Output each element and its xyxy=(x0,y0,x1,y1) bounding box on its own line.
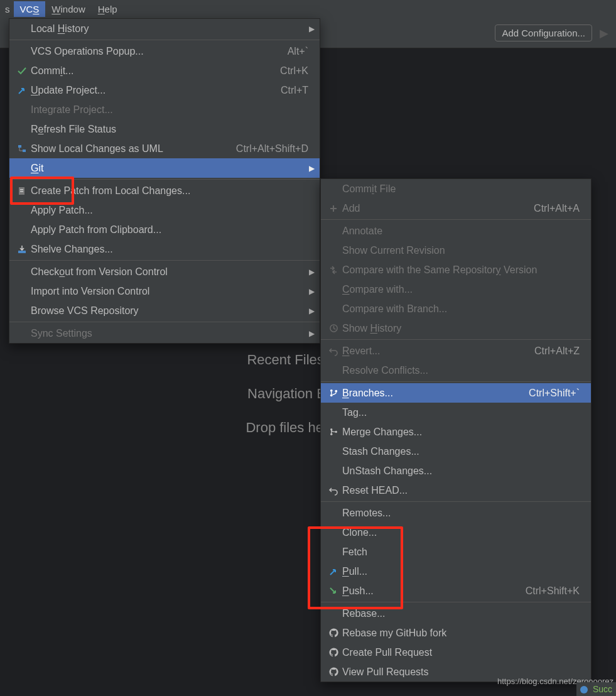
local-history[interactable]: Local History▶ xyxy=(9,19,320,38)
branch-icon xyxy=(325,388,342,398)
show-current-revision: Show Current Revision xyxy=(321,241,591,260)
resolve-conflicts-label: Resolve Conflicts... xyxy=(342,365,580,376)
svg-point-9 xyxy=(335,390,337,393)
menu-vcs[interactable]: VCS xyxy=(14,1,46,17)
reset-head[interactable]: Reset HEAD... xyxy=(321,481,591,500)
sync-settings-label: Sync Settings xyxy=(31,328,308,339)
update-project-shortcut: Ctrl+T xyxy=(281,85,308,96)
chevron-right-icon: ▶ xyxy=(309,307,315,315)
git-submenu[interactable]: Git▶ xyxy=(9,158,320,178)
view-pull-requests-label: View Pull Requests xyxy=(342,666,580,678)
refresh-file-status[interactable]: Refresh File Status xyxy=(9,119,320,139)
pull-label: Pull... xyxy=(342,566,580,577)
svg-point-7 xyxy=(330,389,332,392)
integrate-project: Integrate Project... xyxy=(9,100,320,119)
svg-rect-4 xyxy=(20,191,23,192)
menubar-truncated-left: s xyxy=(1,4,14,14)
svg-rect-3 xyxy=(20,189,23,190)
checkout-vc[interactable]: Checkout from Version Control▶ xyxy=(9,262,320,281)
checkout-vc-label: Checkout from Version Control xyxy=(31,266,308,278)
create-pull-request-label: Create Pull Request xyxy=(342,647,580,658)
pull-icon xyxy=(325,567,342,577)
unstash-changes-label: UnStash Changes... xyxy=(342,465,580,477)
reset-head-label: Reset HEAD... xyxy=(342,485,580,496)
chevron-right-icon: ▶ xyxy=(309,287,315,296)
show-current-revision-label: Show Current Revision xyxy=(342,245,580,256)
update-project-label: Update Project... xyxy=(31,85,266,96)
commit-label: Commit... xyxy=(31,65,265,77)
apply-patch-clipboard[interactable]: Apply Patch from Clipboard... xyxy=(9,220,320,239)
vcs-ops-popup-label: VCS Operations Popup... xyxy=(31,46,273,57)
branches[interactable]: Branches...Ctrl+Shift+` xyxy=(321,383,591,403)
hint-recent-files-label: Recent Files xyxy=(247,352,323,368)
remotes[interactable]: Remotes... xyxy=(321,503,591,523)
apply-patch-clipboard-label: Apply Patch from Clipboard... xyxy=(31,224,308,236)
browse-vcs-repo[interactable]: Browse VCS Repository▶ xyxy=(9,301,320,320)
fetch[interactable]: Fetch xyxy=(321,542,591,562)
merge-icon xyxy=(325,427,342,437)
vcs-menu: Local History▶VCS Operations Popup...Alt… xyxy=(9,18,320,344)
integrate-project-label: Integrate Project... xyxy=(31,104,308,116)
vcs-ops-popup[interactable]: VCS Operations Popup...Alt+` xyxy=(9,41,320,61)
compare-same-repo-label: Compare with the Same Repository Version xyxy=(342,264,580,276)
chevron-right-icon: ▶ xyxy=(309,268,315,276)
clone[interactable]: Clone... xyxy=(321,523,591,542)
resolve-conflicts: Resolve Conflicts... xyxy=(321,361,591,380)
revert-shortcut: Ctrl+Alt+Z xyxy=(534,345,580,357)
rebase[interactable]: Rebase... xyxy=(321,604,591,623)
shelve-changes[interactable]: Shelve Changes... xyxy=(9,239,320,259)
patch-icon xyxy=(13,186,31,196)
compare-with-label: Compare with... xyxy=(342,284,580,295)
push-icon xyxy=(325,586,342,596)
stash-changes[interactable]: Stash Changes... xyxy=(321,442,591,461)
git-add-shortcut: Ctrl+Alt+A xyxy=(534,203,580,214)
remotes-label: Remotes... xyxy=(342,508,580,519)
apply-patch-label: Apply Patch... xyxy=(31,205,308,216)
push-label: Push... xyxy=(342,585,511,597)
uml-icon xyxy=(13,144,31,154)
menu-help[interactable]: Help xyxy=(92,1,124,17)
undo-icon xyxy=(325,486,342,496)
push[interactable]: Push...Ctrl+Shift+K xyxy=(321,581,591,601)
browse-vcs-repo-label: Browse VCS Repository xyxy=(31,305,308,317)
show-history-label: Show History xyxy=(342,323,580,334)
update-icon xyxy=(13,85,31,95)
compare-same-repo: Compare with the Same Repository Version xyxy=(321,260,591,280)
apply-patch[interactable]: Apply Patch... xyxy=(9,200,320,220)
menubar: s VCS Window Help xyxy=(0,0,616,18)
branches-shortcut: Ctrl+Shift+` xyxy=(529,388,580,399)
unstash-changes[interactable]: UnStash Changes... xyxy=(321,461,591,481)
check-icon xyxy=(13,66,31,76)
run-icon: ▶ xyxy=(597,26,611,40)
github-icon xyxy=(325,667,342,677)
git-submenu: Commit FileAddCtrl+Alt+AAnnotateShow Cur… xyxy=(320,178,592,682)
svg-rect-0 xyxy=(18,145,21,148)
add-configuration-button[interactable]: Add Configuration... xyxy=(495,24,592,41)
compare-branch: Compare with Branch... xyxy=(321,299,591,318)
update-project[interactable]: Update Project...Ctrl+T xyxy=(9,80,320,100)
shelve-changes-label: Shelve Changes... xyxy=(31,244,308,255)
pull[interactable]: Pull... xyxy=(321,562,591,581)
status-text: Succ xyxy=(593,684,612,694)
show-local-changes-uml-shortcut: Ctrl+Alt+Shift+D xyxy=(236,143,308,155)
show-history: Show History xyxy=(321,318,591,338)
tag-label: Tag... xyxy=(342,407,580,418)
create-pull-request[interactable]: Create Pull Request xyxy=(321,643,591,662)
create-patch[interactable]: Create Patch from Local Changes... xyxy=(9,181,320,200)
menu-window[interactable]: Window xyxy=(45,1,91,17)
rebase-github-fork[interactable]: Rebase my GitHub fork xyxy=(321,623,591,643)
sync-settings: Sync Settings▶ xyxy=(9,324,320,343)
revert: Revert...Ctrl+Alt+Z xyxy=(321,341,591,361)
revert-label: Revert... xyxy=(342,345,519,357)
show-local-changes-uml[interactable]: Show Local Changes as UMLCtrl+Alt+Shift+… xyxy=(9,139,320,158)
commit[interactable]: Commit...Ctrl+K xyxy=(9,61,320,80)
git-submenu-label: Git xyxy=(31,163,308,174)
svg-rect-1 xyxy=(23,150,26,152)
merge-changes[interactable]: Merge Changes... xyxy=(321,422,591,442)
compare-branch-label: Compare with Branch... xyxy=(342,303,580,315)
import-vc[interactable]: Import into Version Control▶ xyxy=(9,281,320,301)
refresh-file-status-label: Refresh File Status xyxy=(31,124,308,135)
tag[interactable]: Tag... xyxy=(321,403,591,422)
fetch-label: Fetch xyxy=(342,546,580,558)
clone-label: Clone... xyxy=(342,527,580,538)
